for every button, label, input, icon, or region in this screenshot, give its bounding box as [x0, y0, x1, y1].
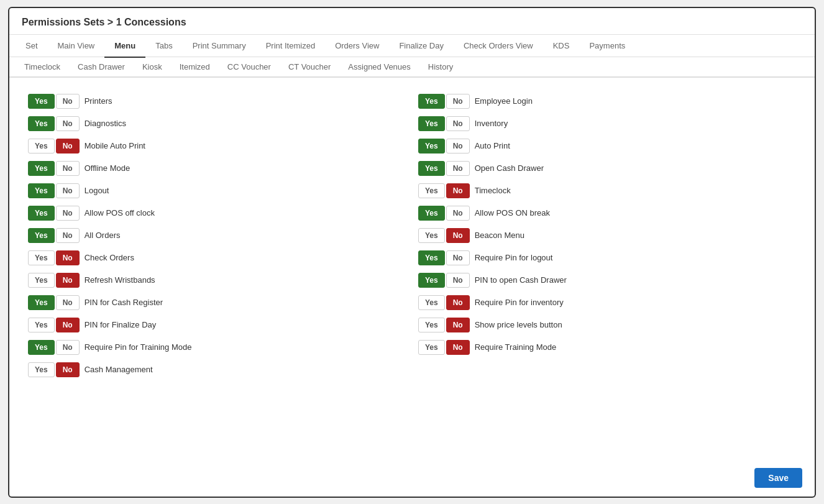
- yes-button[interactable]: Yes: [28, 94, 55, 109]
- yes-button[interactable]: Yes: [28, 362, 55, 377]
- perm-label: PIN to open Cash Drawer: [475, 275, 567, 285]
- perm-row: YesNoPrinters: [22, 90, 412, 112]
- yes-button[interactable]: Yes: [28, 183, 55, 198]
- perm-label: Refresh Wristbands: [85, 275, 155, 285]
- perm-row: YesNoBeacon Menu: [412, 224, 802, 247]
- perm-label: PIN for Finalize Day: [85, 320, 157, 329]
- tab-itemized[interactable]: Itemized: [171, 57, 219, 77]
- tab-set[interactable]: Set: [16, 35, 48, 58]
- nav-row2: TimeclockCash DrawerKioskItemizedCC Vouc…: [9, 57, 815, 78]
- no-button[interactable]: No: [446, 318, 470, 332]
- yes-button[interactable]: Yes: [28, 273, 55, 288]
- yes-button[interactable]: Yes: [418, 250, 445, 265]
- no-button[interactable]: No: [446, 116, 470, 131]
- no-button[interactable]: No: [446, 206, 470, 221]
- yes-button[interactable]: Yes: [28, 206, 55, 221]
- tab-history[interactable]: History: [419, 57, 462, 77]
- perm-label: Cash Management: [85, 365, 153, 374]
- tab-print-summary[interactable]: Print Summary: [183, 35, 256, 58]
- yes-button[interactable]: Yes: [418, 94, 445, 109]
- yes-button[interactable]: Yes: [418, 161, 445, 176]
- no-button[interactable]: No: [56, 183, 80, 198]
- no-button[interactable]: No: [446, 94, 470, 109]
- perm-label: Require Training Mode: [475, 342, 557, 352]
- tab-cash-drawer[interactable]: Cash Drawer: [69, 57, 134, 77]
- yes-button[interactable]: Yes: [418, 139, 445, 153]
- tab-check-orders-view[interactable]: Check Orders View: [454, 35, 543, 58]
- no-button[interactable]: No: [56, 273, 80, 288]
- tab-assigned-venues[interactable]: Assigned Venues: [339, 57, 419, 77]
- perm-row: YesNoPIN for Cash Register: [22, 291, 412, 314]
- yes-button[interactable]: Yes: [418, 228, 445, 243]
- tab-menu[interactable]: Menu: [104, 35, 145, 58]
- no-button[interactable]: No: [56, 116, 80, 131]
- no-button[interactable]: No: [56, 139, 80, 153]
- yes-button[interactable]: Yes: [418, 295, 445, 310]
- toggle-group: YesNo: [28, 94, 80, 109]
- toggle-group: YesNo: [28, 340, 80, 355]
- perm-row: YesNoPIN to open Cash Drawer: [412, 269, 802, 291]
- toggle-group: YesNo: [28, 183, 80, 198]
- yes-button[interactable]: Yes: [418, 206, 445, 221]
- no-button[interactable]: No: [56, 161, 80, 176]
- tab-ct-voucher[interactable]: CT Voucher: [280, 57, 339, 77]
- tab-payments[interactable]: Payments: [579, 35, 635, 58]
- tab-kiosk[interactable]: Kiosk: [134, 57, 171, 77]
- tab-main-view[interactable]: Main View: [48, 35, 105, 58]
- tab-finalize-day[interactable]: Finalize Day: [389, 35, 454, 58]
- tab-orders-view[interactable]: Orders View: [325, 35, 389, 58]
- no-button[interactable]: No: [446, 273, 470, 288]
- tab-kds[interactable]: KDS: [543, 35, 580, 58]
- no-button[interactable]: No: [56, 362, 80, 377]
- yes-button[interactable]: Yes: [28, 228, 55, 243]
- yes-button[interactable]: Yes: [418, 318, 445, 332]
- no-button[interactable]: No: [56, 250, 80, 265]
- no-button[interactable]: No: [56, 295, 80, 310]
- toggle-group: YesNo: [28, 273, 80, 288]
- perm-label: Auto Print: [475, 141, 510, 150]
- toggle-group: YesNo: [28, 362, 80, 377]
- no-button[interactable]: No: [446, 250, 470, 265]
- yes-button[interactable]: Yes: [28, 250, 55, 265]
- toggle-group: YesNo: [418, 318, 470, 332]
- toggle-group: YesNo: [28, 250, 80, 265]
- yes-button[interactable]: Yes: [418, 116, 445, 131]
- yes-button[interactable]: Yes: [28, 161, 55, 176]
- tab-timeclock[interactable]: Timeclock: [16, 57, 69, 77]
- no-button[interactable]: No: [446, 340, 470, 355]
- no-button[interactable]: No: [56, 340, 80, 355]
- perm-row: YesNoRequire Pin for logout: [412, 247, 802, 269]
- no-button[interactable]: No: [446, 295, 470, 310]
- yes-button[interactable]: Yes: [28, 340, 55, 355]
- right-col: YesNoEmployee LoginYesNoInventoryYesNoAu…: [412, 90, 802, 381]
- save-area: Save: [754, 468, 802, 488]
- yes-button[interactable]: Yes: [28, 139, 55, 153]
- no-button[interactable]: No: [446, 139, 470, 153]
- no-button[interactable]: No: [446, 183, 470, 198]
- no-button[interactable]: No: [56, 228, 80, 243]
- toggle-group: YesNo: [418, 206, 470, 221]
- no-button[interactable]: No: [56, 94, 80, 109]
- no-button[interactable]: No: [56, 206, 80, 221]
- tab-tabs[interactable]: Tabs: [145, 35, 182, 58]
- yes-button[interactable]: Yes: [418, 273, 445, 288]
- no-button[interactable]: No: [56, 318, 80, 332]
- toggle-group: YesNo: [28, 228, 80, 243]
- yes-button[interactable]: Yes: [418, 183, 445, 198]
- toggle-group: YesNo: [418, 183, 470, 198]
- perm-row: YesNoEmployee Login: [412, 90, 802, 112]
- tab-cc-voucher[interactable]: CC Voucher: [219, 57, 280, 77]
- perm-label: Allow POS ON break: [475, 208, 550, 218]
- yes-button[interactable]: Yes: [28, 116, 55, 131]
- yes-button[interactable]: Yes: [28, 295, 55, 310]
- perm-label: Show price levels button: [475, 320, 562, 329]
- toggle-group: YesNo: [418, 116, 470, 131]
- save-button[interactable]: Save: [754, 468, 802, 488]
- tab-print-itemized[interactable]: Print Itemized: [256, 35, 325, 58]
- yes-button[interactable]: Yes: [418, 340, 445, 355]
- yes-button[interactable]: Yes: [28, 318, 55, 332]
- no-button[interactable]: No: [446, 228, 470, 243]
- page-title: Permissions Sets > 1 Concessions: [9, 8, 815, 35]
- perm-label: Offline Mode: [85, 163, 130, 173]
- no-button[interactable]: No: [446, 161, 470, 176]
